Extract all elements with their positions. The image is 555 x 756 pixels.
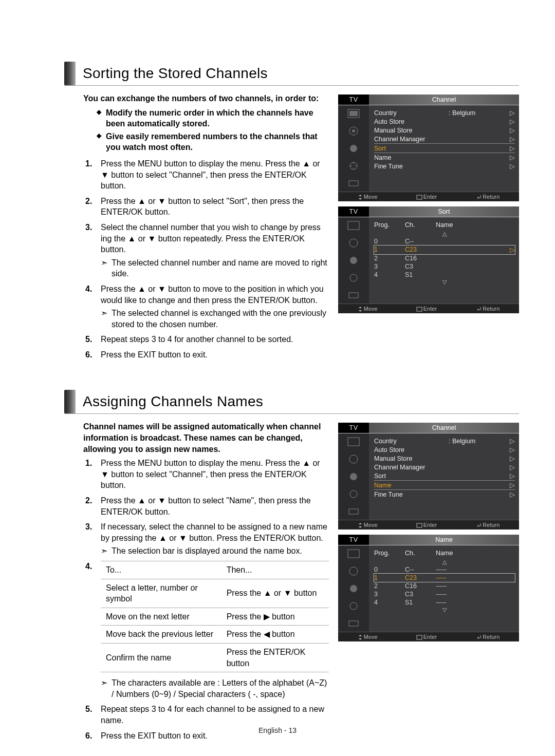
svg-rect-25 <box>417 635 422 639</box>
menu-item[interactable]: Country <box>374 438 449 445</box>
table-cell: Move on the next letter <box>101 608 221 626</box>
sort-row[interactable]: 2C16 <box>374 254 515 262</box>
menu-item[interactable]: Sort <box>374 472 449 480</box>
manual-page: Sorting the Stored Channels You can exch… <box>0 0 555 756</box>
channel-icon <box>347 143 360 154</box>
osd-channel-name: TV Channel Country: Belgium▷ <box>338 423 519 530</box>
osd-category-icons <box>338 217 369 304</box>
svg-point-17 <box>350 490 357 498</box>
chevron-right-icon: ▷ <box>510 162 515 170</box>
name-row[interactable]: 3C3----- <box>374 590 515 598</box>
chevron-right-icon: ▷ <box>510 472 515 480</box>
setup-icon <box>347 489 360 499</box>
svg-point-15 <box>349 455 358 463</box>
svg-rect-18 <box>349 509 358 514</box>
input-icon <box>347 506 360 517</box>
table-head: To... <box>101 561 221 579</box>
osd-left-label: TV <box>338 206 369 217</box>
menu-item[interactable]: Auto Store <box>374 446 449 453</box>
col-ch: Ch. <box>405 550 436 557</box>
step: Repeat steps 3 to 4 for another channel … <box>83 334 329 345</box>
footer-return: Return <box>475 194 499 200</box>
svg-rect-20 <box>348 550 359 558</box>
arrow-icon: ➣ <box>101 308 107 330</box>
input-icon <box>347 618 360 629</box>
footer-enter: Enter <box>416 634 437 640</box>
footer-enter: Enter <box>416 194 437 200</box>
section-header: Assigning Channels Names <box>64 390 519 414</box>
menu-item[interactable]: Manual Store <box>374 455 449 462</box>
menu-item[interactable]: Name <box>374 154 449 161</box>
chevron-right-icon: ▷ <box>510 118 515 125</box>
osd-left-label: TV <box>338 423 369 433</box>
menu-item[interactable]: Channel Manager <box>374 464 449 471</box>
chevron-up-icon[interactable]: △ <box>374 231 515 237</box>
svg-rect-7 <box>417 195 422 199</box>
menu-item[interactable]: Fine Tune <box>374 491 449 498</box>
svg-rect-24 <box>349 621 358 626</box>
osd-name: TV Name Prog. <box>338 535 519 641</box>
chevron-right-icon: ▷ <box>510 446 515 453</box>
section-title: Sorting the Stored Channels <box>83 65 268 82</box>
col-name: Name <box>436 550 515 557</box>
section-header: Sorting the Stored Channels <box>64 62 519 86</box>
sound-icon <box>347 454 360 464</box>
chevron-right-icon: ▷ <box>510 135 515 143</box>
steps-list: Press the MENU button to display the men… <box>83 458 329 741</box>
step: Press the ▲ or ▼ button to select "Sort"… <box>83 196 329 218</box>
arrow-icon: ➣ <box>101 677 107 700</box>
name-row[interactable]: 0C------- <box>374 565 515 574</box>
footer-move: Move <box>358 306 378 312</box>
osd-left-label: TV <box>338 94 369 105</box>
footer-move: Move <box>358 522 378 528</box>
setup-icon <box>347 273 360 283</box>
footer-move: Move <box>358 194 378 200</box>
osd-left-label: TV <box>338 535 369 545</box>
sort-row-selected[interactable]: 1C23▷ <box>374 245 515 254</box>
step: Press the EXIT button to exit. <box>83 349 329 361</box>
osd-sort: TV Sort Prog. <box>338 206 519 313</box>
channel-icon <box>347 471 360 482</box>
footer-return: Return <box>475 306 499 312</box>
footer-return: Return <box>475 634 499 640</box>
svg-rect-12 <box>349 293 358 298</box>
sound-icon <box>347 566 360 576</box>
sub-note: The selected channel is exchanged with t… <box>112 308 329 330</box>
osd-title: Channel <box>369 94 519 105</box>
menu-item[interactable]: Country <box>374 109 449 117</box>
svg-rect-1 <box>349 111 358 116</box>
menu-item[interactable]: Fine Tune <box>374 163 449 170</box>
picture-icon <box>347 549 360 559</box>
sort-row[interactable]: 3C3 <box>374 262 515 271</box>
name-row-selected[interactable]: 1C23----- <box>374 574 515 582</box>
sort-row[interactable]: 4S1 <box>374 271 515 279</box>
footer-enter: Enter <box>416 522 437 528</box>
section-marker-icon <box>64 62 76 85</box>
osd-title: Channel <box>369 423 519 433</box>
osd-category-icons <box>338 545 369 632</box>
menu-item[interactable]: Manual Store <box>374 127 449 134</box>
chevron-right-icon: ▷ <box>510 144 515 152</box>
svg-rect-19 <box>417 523 422 527</box>
chevron-right-icon: ▷ <box>510 154 515 161</box>
sub-note: The selected channel number and name are… <box>112 257 329 279</box>
page-footer: English - 13 <box>0 726 555 734</box>
menu-item-selected[interactable]: Sort <box>374 145 449 152</box>
name-row[interactable]: 4S1----- <box>374 598 515 607</box>
steps-list: Press the MENU button to display the men… <box>83 158 329 361</box>
svg-point-9 <box>349 239 358 247</box>
menu-item-selected[interactable]: Name <box>374 482 449 489</box>
chevron-down-icon[interactable]: ▽ <box>374 279 515 286</box>
chevron-right-icon: ▷ <box>510 437 515 445</box>
menu-item[interactable]: Auto Store <box>374 118 449 125</box>
osd-channel: TV Channel Country: Belgium▷ <box>338 94 519 201</box>
menu-item[interactable]: Channel Manager <box>374 136 449 143</box>
arrow-icon: ➣ <box>101 257 107 279</box>
svg-rect-14 <box>348 438 359 446</box>
chevron-down-icon[interactable]: ▽ <box>374 607 515 613</box>
input-icon <box>347 290 360 300</box>
name-row[interactable]: 2C16----- <box>374 582 515 590</box>
sort-row[interactable]: 0C-- <box>374 237 515 245</box>
chevron-up-icon[interactable]: △ <box>374 559 515 565</box>
sub-note: The selection bar is displayed around th… <box>112 545 302 557</box>
